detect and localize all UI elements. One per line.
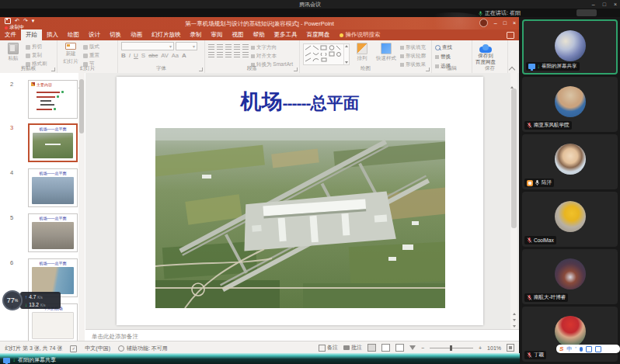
change-case-button[interactable]: Aa: [172, 52, 179, 59]
accessibility-status[interactable]: 辅助功能: 不可用: [118, 345, 168, 352]
notes-pane[interactable]: 单击此处添加备注: [85, 329, 519, 341]
copy-button[interactable]: 复制: [26, 52, 47, 59]
tab-more-tools[interactable]: 更多工具: [270, 29, 302, 40]
align-center-icon[interactable]: [217, 52, 223, 57]
airport-aerial-photo[interactable]: [155, 128, 445, 308]
ppt-minimize-button[interactable]: –: [494, 20, 497, 26]
tab-help[interactable]: 帮助: [249, 29, 270, 40]
drawing-dialog-launcher[interactable]: [426, 68, 430, 71]
usage-percent-ball[interactable]: 77%: [2, 290, 23, 310]
punctuation-icon[interactable]: ’: [575, 346, 576, 352]
video-tile[interactable]: CoolMax: [522, 192, 618, 247]
slide-thumbnail-2[interactable]: 主要内容: [28, 80, 78, 119]
video-tile[interactable]: 南航大-叶博睿: [522, 249, 618, 304]
find-button[interactable]: 查找: [435, 44, 452, 51]
tab-slideshow[interactable]: 幻灯片放映: [147, 29, 186, 40]
panel-collapse-button[interactable]: [576, 9, 597, 16]
thumbnail-scrollbar[interactable]: [78, 73, 85, 341]
tab-file[interactable]: 文件: [0, 29, 21, 40]
align-text-button[interactable]: 对齐文本: [251, 53, 293, 60]
align-right-icon[interactable]: [225, 52, 232, 57]
text-shadow-button[interactable]: S: [141, 52, 145, 59]
zoom-slider[interactable]: [430, 348, 473, 348]
slideshow-view-button[interactable]: [409, 345, 416, 350]
strikethrough-button[interactable]: abc: [148, 52, 158, 59]
sogou-logo-icon[interactable]: S: [559, 345, 563, 352]
ppt-close-button[interactable]: ×: [513, 20, 516, 26]
slide-thumbnail-3-selected[interactable]: 机场——总平面: [28, 123, 78, 162]
toolbox-icon[interactable]: [595, 346, 601, 352]
slide-sorter-view-button[interactable]: [381, 344, 390, 352]
shapes-scrollbar[interactable]: [343, 44, 349, 64]
language-label[interactable]: 中文(中国): [85, 345, 110, 352]
previous-slide-icon[interactable]: [513, 313, 516, 315]
tell-me-search[interactable]: 操作说明搜索: [340, 29, 381, 40]
font-dialog-launcher[interactable]: [199, 68, 203, 71]
slide-thumbnail-5[interactable]: 机场——总平面: [28, 213, 78, 252]
reset-button[interactable]: 重置: [83, 52, 99, 59]
font-name-combobox[interactable]: ▾: [121, 42, 174, 50]
notes-placeholder[interactable]: 单击此处添加备注: [92, 333, 138, 341]
slide-title[interactable]: 机场------总平面: [117, 88, 483, 116]
layout-button[interactable]: 版式: [83, 43, 99, 50]
tab-view[interactable]: 视图: [228, 29, 249, 40]
shape-outline-button[interactable]: 形状轮廓: [400, 53, 426, 60]
collapse-ribbon-button[interactable]: [509, 66, 515, 71]
quick-styles-button[interactable]: 快速样式: [374, 42, 398, 65]
zoom-slider-knob[interactable]: [450, 345, 452, 351]
tab-record[interactable]: 录制: [186, 29, 207, 40]
tab-insert[interactable]: 插入: [42, 29, 63, 40]
text-direction-button[interactable]: 文字方向: [251, 44, 293, 51]
replace-button[interactable]: 替换: [435, 54, 452, 61]
tab-home[interactable]: 开始: [21, 29, 42, 40]
indent-increase-icon[interactable]: [234, 44, 240, 50]
clipboard-dialog-launcher[interactable]: [51, 68, 55, 71]
fit-slide-to-window-button[interactable]: [507, 344, 514, 352]
font-size-combobox[interactable]: ▾: [176, 42, 197, 50]
comments-panel-icon[interactable]: [507, 32, 514, 39]
maximize-button[interactable]: □: [603, 2, 606, 7]
line-spacing-icon[interactable]: [242, 44, 249, 50]
indent-decrease-icon[interactable]: [225, 44, 232, 50]
comments-toggle-button[interactable]: 批注: [343, 344, 362, 352]
account-avatar[interactable]: [479, 19, 488, 27]
tab-review[interactable]: 审阅: [207, 29, 228, 40]
close-button[interactable]: ×: [614, 2, 617, 7]
ppt-restore-button[interactable]: □: [503, 20, 507, 26]
bold-button[interactable]: B: [121, 52, 126, 59]
minimize-button[interactable]: –: [592, 2, 595, 7]
scrollbar-thumb[interactable]: [79, 79, 84, 133]
shape-fill-button[interactable]: 形状填充: [400, 44, 426, 51]
clipboard-icon[interactable]: [586, 346, 592, 352]
paste-button[interactable]: 粘贴: [3, 42, 23, 65]
shapes-gallery[interactable]: [303, 43, 350, 65]
network-speed-widget[interactable]: ↑4.7K/s ↓13.2K/s 77%: [2, 290, 63, 311]
chinese-mode-icon[interactable]: 中: [566, 346, 572, 352]
numbering-icon[interactable]: [217, 44, 223, 50]
italic-button[interactable]: I: [129, 52, 131, 59]
video-tile[interactable]: 丁颖: [522, 307, 618, 362]
tab-design[interactable]: 设计: [84, 29, 105, 40]
tab-animations[interactable]: 动画: [126, 29, 147, 40]
reading-view-button[interactable]: [395, 344, 404, 352]
sogou-ime-toolbar[interactable]: S 中 ’: [556, 345, 620, 353]
notes-toggle-button[interactable]: 备注: [319, 344, 338, 352]
video-tile[interactable]: 陆洋: [522, 134, 618, 189]
zoom-level-label[interactable]: 101%: [487, 345, 501, 351]
font-color-button[interactable]: A: [182, 52, 186, 59]
tab-draw[interactable]: 绘图: [63, 29, 84, 40]
bullets-icon[interactable]: [208, 44, 214, 50]
paragraph-dialog-launcher[interactable]: [294, 68, 298, 71]
arrange-button[interactable]: 排列: [352, 42, 372, 65]
video-tile-screen-share[interactable]: ↓ 崔阳的屏幕共享: [522, 19, 618, 75]
columns-icon[interactable]: [242, 52, 249, 57]
tab-transitions[interactable]: 切换: [105, 29, 126, 40]
spell-check-icon[interactable]: ✓: [70, 345, 77, 352]
next-slide-icon[interactable]: [513, 319, 516, 321]
slide-thumbnail-4[interactable]: 机场——总平面: [28, 168, 78, 207]
scrollbar-thumb[interactable]: [511, 88, 517, 228]
underline-button[interactable]: U: [134, 52, 138, 59]
zoom-out-button[interactable]: −: [421, 345, 424, 351]
slide-vertical-scrollbar[interactable]: [510, 73, 517, 329]
character-spacing-button[interactable]: AV: [161, 52, 168, 59]
